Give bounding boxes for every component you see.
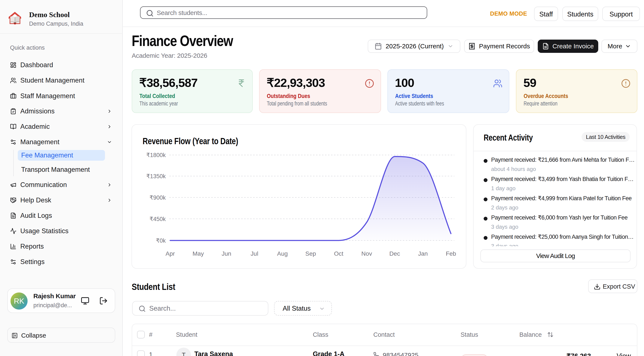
svg-text:₹1800k: ₹1800k <box>146 152 166 158</box>
svg-text:Jul: Jul <box>250 250 258 257</box>
svg-text:Feb: Feb <box>446 250 456 257</box>
svg-text:₹900k: ₹900k <box>150 194 166 201</box>
svg-text:Jan: Jan <box>418 250 428 257</box>
svg-text:Jun: Jun <box>222 250 231 257</box>
svg-text:Oct: Oct <box>334 250 344 257</box>
svg-text:Apr: Apr <box>166 250 175 257</box>
svg-text:May: May <box>193 250 204 257</box>
svg-text:₹450k: ₹450k <box>150 216 166 222</box>
svg-text:Nov: Nov <box>361 250 372 257</box>
svg-text:Sep: Sep <box>305 250 316 257</box>
svg-text:₹1350k: ₹1350k <box>146 173 166 179</box>
svg-text:Dec: Dec <box>389 250 400 257</box>
svg-text:Aug: Aug <box>277 250 288 257</box>
svg-text:₹0k: ₹0k <box>156 237 166 244</box>
